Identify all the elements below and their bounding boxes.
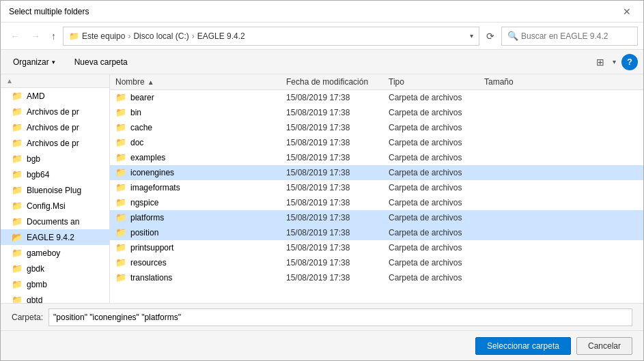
file-name-label: doc <box>130 138 143 147</box>
folder-icon: 📁 <box>12 216 23 227</box>
table-row[interactable]: 📁 iconengines 15/08/2019 17:38 Carpeta d… <box>110 165 643 180</box>
folder-icon: 📁 <box>12 248 23 258</box>
left-panel-item-gbdk[interactable]: 📁 gbdk <box>1 261 109 276</box>
col-header-name[interactable]: Nombre ▲ <box>115 77 286 87</box>
table-row[interactable]: 📁 platforms 15/08/2019 17:38 Carpeta de … <box>110 210 643 225</box>
close-button[interactable]: ✕ <box>619 5 635 18</box>
folder-icon: 📁 <box>115 137 126 147</box>
cancel-button[interactable]: Cancelar <box>576 337 632 355</box>
left-panel-label: gameboy <box>27 248 60 258</box>
folder-icon: 📁 <box>12 154 23 164</box>
organize-button[interactable]: Organizar ▾ <box>6 55 62 70</box>
left-panel-label: Config.Msi <box>27 201 66 211</box>
table-row[interactable]: 📁 imageformats 15/08/2019 17:38 Carpeta … <box>110 180 643 195</box>
table-row[interactable]: 📁 bearer 15/08/2019 17:38 Carpeta de arc… <box>110 90 643 105</box>
refresh-button[interactable]: ⟳ <box>482 28 499 44</box>
table-row[interactable]: 📁 resources 15/08/2019 17:38 Carpeta de … <box>110 255 643 270</box>
breadcrumb-item-2[interactable]: Disco local (C:) <box>133 31 188 41</box>
file-date: 15/08/2019 17:38 <box>286 273 389 283</box>
left-panel-item-amd[interactable]: 📁 AMD <box>1 88 109 104</box>
table-row[interactable]: 📁 ngspice 15/08/2019 17:38 Carpeta de ar… <box>110 195 643 210</box>
toolbar: Organizar ▾ Nueva carpeta ⊞ ▾ ? <box>1 50 643 74</box>
help-button[interactable]: ? <box>621 54 638 70</box>
breadcrumb-dropdown-icon[interactable]: ▾ <box>470 32 473 40</box>
search-input[interactable] <box>521 31 632 41</box>
left-panel-label: bgb64 <box>27 170 49 179</box>
file-type: Carpeta de archivos <box>389 273 484 283</box>
file-name-label: bin <box>130 108 141 117</box>
table-row[interactable]: 📁 position 15/08/2019 17:38 Carpeta de a… <box>110 225 643 240</box>
left-panel-scroll-up[interactable]: ▲ <box>6 77 13 85</box>
left-panel-label: bgb <box>27 154 40 164</box>
file-name-label: bearer <box>130 93 154 102</box>
left-panel-item-bgb64[interactable]: 📁 bgb64 <box>1 167 109 182</box>
file-date: 15/08/2019 17:38 <box>286 138 389 147</box>
left-panel-item-gameboy[interactable]: 📁 gameboy <box>1 245 109 261</box>
action-buttons: Seleccionar carpeta Cancelar <box>1 330 643 360</box>
left-panel-item-gbtd[interactable]: 📁 gbtd <box>1 292 109 303</box>
breadcrumb-sep-2: › <box>192 31 195 41</box>
file-name-label: ngspice <box>130 198 158 207</box>
file-date: 15/08/2019 17:38 <box>286 123 389 132</box>
left-panel-label: EAGLE 9.4.2 <box>27 233 74 242</box>
left-panel-item-bgb[interactable]: 📁 bgb <box>1 151 109 167</box>
left-panel-item-documents[interactable]: 📁 Documents an <box>1 214 109 229</box>
bottom-bar: Carpeta: <box>1 303 643 330</box>
left-panel-label: gbtd <box>27 295 42 304</box>
file-type: Carpeta de archivos <box>389 228 484 237</box>
left-panel-item-archivos2[interactable]: 📁 Archivos de pr <box>1 119 109 135</box>
sort-icon: ▲ <box>148 78 154 86</box>
view-dropdown-icon[interactable]: ▾ <box>613 58 616 66</box>
left-panel-item-gbmb[interactable]: 📁 gbmb <box>1 276 109 292</box>
up-button[interactable]: ↑ <box>47 28 60 44</box>
left-panel-item-bluenoise[interactable]: 📁 Bluenoise Plug <box>1 182 109 198</box>
file-name-label: cache <box>130 123 152 132</box>
file-name-label: examples <box>130 153 165 162</box>
left-panel: ▲ 📁 AMD 📁 Archivos de pr 📁 Archivos de p… <box>1 74 110 303</box>
table-row[interactable]: 📁 doc 15/08/2019 17:38 Carpeta de archiv… <box>110 135 643 150</box>
file-date: 15/08/2019 17:38 <box>286 168 389 177</box>
folder-icon: 📁 <box>12 122 23 132</box>
select-folder-button[interactable]: Seleccionar carpeta <box>475 337 571 355</box>
breadcrumb: 📁 Este equipo › Disco local (C:) › EAGLE… <box>63 27 479 46</box>
table-row[interactable]: 📁 printsupport 15/08/2019 17:38 Carpeta … <box>110 240 643 255</box>
col-header-date[interactable]: Fecha de modificación <box>286 77 389 87</box>
folder-icon: 📁 <box>12 185 23 195</box>
left-panel-item-config[interactable]: 📁 Config.Msi <box>1 198 109 214</box>
left-panel-item-eagle[interactable]: 📂 EAGLE 9.4.2 <box>1 229 109 245</box>
file-date: 15/08/2019 17:38 <box>286 183 389 192</box>
left-panel-label: AMD <box>27 91 45 101</box>
table-row[interactable]: 📁 cache 15/08/2019 17:38 Carpeta de arch… <box>110 120 643 135</box>
file-name-label: printsupport <box>130 243 173 252</box>
file-type: Carpeta de archivos <box>389 108 484 117</box>
view-toggle-icon[interactable]: ⊞ <box>593 55 607 69</box>
col-header-type[interactable]: Tipo <box>389 77 484 87</box>
organize-dropdown-icon: ▾ <box>52 59 55 66</box>
left-panel-label: Archivos de pr <box>27 123 79 132</box>
table-row[interactable]: 📁 examples 15/08/2019 17:38 Carpeta de a… <box>110 150 643 165</box>
new-folder-button[interactable]: Nueva carpeta <box>68 55 135 70</box>
file-name-label: position <box>130 228 158 237</box>
breadcrumb-item-3[interactable]: EAGLE 9.4.2 <box>197 31 245 41</box>
breadcrumb-item-1[interactable]: Este equipo <box>82 31 125 41</box>
left-panel-item-archivos1[interactable]: 📁 Archivos de pr <box>1 104 109 119</box>
table-row[interactable]: 📁 translations 15/08/2019 17:38 Carpeta … <box>110 270 643 285</box>
col-header-size[interactable]: Tamaño <box>484 77 638 87</box>
folder-label: Carpeta: <box>12 313 43 322</box>
back-button[interactable]: ← <box>6 28 24 44</box>
folder-icon: 📁 <box>115 227 126 237</box>
file-date: 15/08/2019 17:38 <box>286 228 389 237</box>
file-date: 15/08/2019 17:38 <box>286 258 389 268</box>
table-row[interactable]: 📁 bin 15/08/2019 17:38 Carpeta de archiv… <box>110 105 643 120</box>
file-type: Carpeta de archivos <box>389 153 484 162</box>
folder-icon-open: 📂 <box>12 232 23 242</box>
left-panel-item-archivos3[interactable]: 📁 Archivos de pr <box>1 135 109 151</box>
search-box: 🔍 <box>501 27 638 46</box>
nav-bar: ← → ↑ 📁 Este equipo › Disco local (C:) ›… <box>1 23 643 50</box>
folder-icon: 📁 <box>12 295 23 303</box>
file-rows-container: 📁 bearer 15/08/2019 17:38 Carpeta de arc… <box>110 90 643 285</box>
file-type: Carpeta de archivos <box>389 168 484 177</box>
folder-icon: 📁 <box>12 138 23 148</box>
folder-input[interactable] <box>48 308 632 326</box>
forward-button[interactable]: → <box>27 28 44 44</box>
